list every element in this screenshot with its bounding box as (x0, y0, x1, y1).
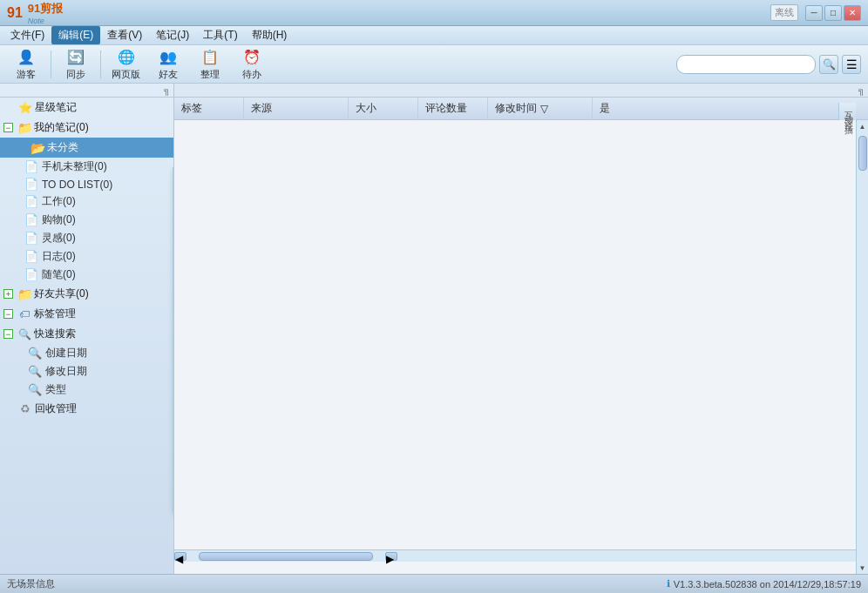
menu-help[interactable]: 帮助(H) (245, 26, 295, 44)
todo-list-icon: 📄 (24, 178, 38, 191)
toolbar-friends[interactable]: 👥 好友 (149, 46, 187, 83)
scrollbar-h-thumb[interactable] (199, 552, 373, 561)
col-source[interactable]: 来源 (244, 98, 349, 119)
todo-label: 待办 (242, 68, 261, 81)
recycle-icon: ♻ (18, 402, 32, 416)
uncategorized-icon: 📂 (31, 141, 44, 155)
right-tab-insert[interactable]: 插 (839, 117, 856, 120)
random-icon: 📄 (24, 268, 38, 281)
sidebar-item-my-notes[interactable]: − 📁 我的笔记(0) (0, 118, 173, 138)
phone-note-icon: 📄 (24, 160, 38, 173)
col-source-label: 来源 (251, 101, 272, 116)
main-layout: ╗ ⭐ 星级笔记 − 📁 我的笔记(0) 📂 未分类 📄 手机未整理(0) (0, 84, 868, 574)
status-left: 无场景信息 (7, 577, 55, 590)
scroll-up-button[interactable]: ▲ (857, 120, 869, 132)
sidebar-header: ╗ (0, 84, 173, 98)
quick-search-toggle[interactable]: − (3, 329, 13, 339)
shopping-label: 购物(0) (42, 212, 76, 227)
menu-view[interactable]: 查看(V) (100, 26, 149, 44)
menu-bar: 文件(F) 编辑(E) 查看(V) 笔记(J) 工具(T) 帮助(H) (0, 26, 868, 45)
toolbar-organize[interactable]: 📋 整理 (191, 46, 229, 83)
content-pin[interactable]: ╗ (858, 85, 865, 95)
guest-icon: 👤 (17, 48, 36, 67)
sidebar-item-shared[interactable]: + 📁 好友共享(0) (0, 284, 173, 304)
diary-icon: 📄 (24, 250, 38, 263)
menu-file[interactable]: 文件(F) (3, 26, 51, 44)
scrollbar-horizontal[interactable]: ◀ ▶ (174, 549, 856, 562)
web-label: 网页版 (112, 68, 140, 81)
sidebar-item-modify-date[interactable]: 🔍 修改日期 (0, 362, 173, 381)
search-input[interactable] (676, 55, 816, 74)
my-notes-toggle[interactable]: − (3, 123, 13, 132)
sidebar-item-phone[interactable]: 📄 手机未整理(0) (0, 158, 173, 176)
toolbar-web[interactable]: 🌐 网页版 (106, 46, 146, 83)
sidebar-item-type[interactable]: 🔍 类型 (0, 381, 173, 399)
type-icon: 🔍 (28, 383, 42, 396)
window-controls[interactable]: ─ □ ✕ (805, 5, 861, 21)
sidebar-pin-button[interactable]: ╗ (164, 85, 170, 95)
maximize-button[interactable]: □ (824, 5, 842, 21)
col-modified[interactable]: 修改时间 ▽ (488, 98, 593, 119)
tags-toggle[interactable]: − (3, 309, 13, 319)
menu-note[interactable]: 笔记(J) (149, 26, 196, 44)
my-notes-icon: 📁 (17, 121, 31, 135)
starred-label: 星级笔记 (35, 100, 170, 115)
sidebar-item-quick-search[interactable]: − 🔍 快速搜索 (0, 324, 173, 344)
sidebar-item-create-date[interactable]: 🔍 创建日期 (0, 344, 173, 362)
minimize-button[interactable]: ─ (805, 5, 823, 21)
quick-search-icon: 🔍 (17, 327, 31, 341)
shared-icon: 📁 (17, 287, 31, 301)
col-tag[interactable]: 标签 (174, 98, 244, 119)
scroll-track (857, 132, 868, 562)
create-date-label: 创建日期 (45, 346, 87, 361)
col-is-label: 是 (600, 101, 610, 116)
col-tag-label: 标签 (181, 101, 202, 116)
right-tabs: 互 动 评 论 插 (838, 103, 856, 120)
scroll-right-button[interactable]: ▶ (385, 552, 397, 561)
shared-toggle[interactable]: + (3, 289, 13, 299)
search-button[interactable]: 🔍 (819, 55, 838, 74)
col-is[interactable]: 是 (593, 98, 645, 119)
scroll-left-button[interactable]: ◀ (174, 552, 186, 561)
web-icon: 🌐 (117, 48, 136, 67)
friends-label: 好友 (159, 68, 178, 81)
sidebar-item-work[interactable]: 📄 工作(0) (0, 192, 173, 211)
scroll-down-button[interactable]: ▼ (857, 562, 869, 574)
col-size-label: 大小 (356, 101, 376, 116)
menu-edit[interactable]: 编辑(E) (51, 26, 100, 44)
sidebar-item-uncategorized[interactable]: 📂 未分类 (0, 138, 173, 158)
quick-search-label: 快速搜索 (34, 327, 170, 341)
toolbar-sync[interactable]: 🔄 同步 (57, 46, 95, 83)
toolbar-guest[interactable]: 👤 游客 (7, 46, 45, 83)
sidebar-item-starred[interactable]: ⭐ 星级笔记 (0, 98, 173, 118)
sidebar-item-inspiration[interactable]: 📄 灵感(0) (0, 229, 173, 247)
col-modified-label: 修改时间 (495, 101, 537, 116)
toolbar-menu-button[interactable]: ☰ (842, 55, 861, 74)
shopping-icon: 📄 (24, 213, 38, 226)
sidebar-item-diary[interactable]: 📄 日志(0) (0, 247, 173, 266)
recycle-toggle (3, 403, 16, 415)
close-button[interactable]: ✕ (844, 5, 861, 21)
shared-label: 好友共享(0) (34, 286, 170, 301)
sidebar-item-random[interactable]: 📄 随笔(0) (0, 266, 173, 284)
scrollbar-vertical[interactable]: ▲ ▼ (856, 120, 868, 574)
sidebar-item-todo-list[interactable]: 📄 TO DO LIST(0) (0, 176, 173, 192)
random-label: 随笔(0) (42, 267, 76, 282)
sync-label: 同步 (66, 68, 85, 81)
content-body: ◀ ▶ ▲ ▼ (174, 120, 868, 574)
sidebar-item-tags[interactable]: − 🏷 标签管理 (0, 304, 173, 324)
col-comments[interactable]: 评论数量 (418, 98, 488, 119)
sidebar-item-recycle[interactable]: ♻ 回收管理 (0, 399, 173, 419)
sync-icon: 🔄 (66, 48, 85, 67)
organize-icon: 📋 (200, 48, 220, 67)
scroll-thumb[interactable] (858, 136, 867, 171)
content-header: ╗ (174, 84, 868, 98)
col-size[interactable]: 大小 (349, 98, 418, 119)
my-notes-label: 我的笔记(0) (34, 120, 170, 135)
app-logo: 91 91剪报 Note (7, 1, 63, 25)
sidebar-item-shopping[interactable]: 📄 购物(0) (0, 211, 173, 229)
type-label: 类型 (45, 382, 66, 397)
create-date-icon: 🔍 (28, 347, 42, 360)
toolbar-todo[interactable]: ⏰ 待办 (233, 46, 271, 83)
menu-tools[interactable]: 工具(T) (196, 26, 244, 44)
